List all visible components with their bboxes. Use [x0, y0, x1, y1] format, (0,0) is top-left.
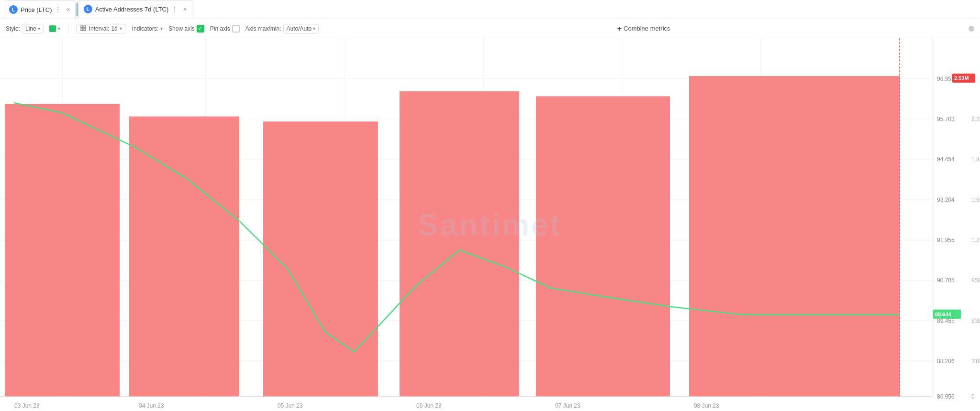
interval-chevron: ▾ — [120, 26, 122, 31]
x-label-2: 05 Jun 23 — [278, 402, 303, 409]
show-axis-label: Show axis — [168, 25, 195, 32]
y-sec-label-2: 1.91M — [971, 156, 980, 163]
y-label-5: 90.705 — [937, 277, 955, 284]
pin-axis-control[interactable]: Pin axis — [210, 25, 240, 33]
style-label: Style: — [6, 25, 20, 32]
y-label-1: 95.703 — [937, 116, 955, 122]
y-sec-label-6: 638K — [971, 317, 980, 324]
y-label-0: 96.953 — [937, 75, 955, 82]
tab-divider — [77, 3, 78, 16]
color-chevron: ▾ — [58, 26, 60, 31]
tab-price-ltc-label: Price (LTC) — [21, 6, 52, 13]
tab-active-addresses-ltc[interactable]: L Active Addresses 7d (LTC) ⋮ × — [78, 0, 192, 19]
interval-box[interactable]: Interval: 1d ▾ — [76, 24, 126, 33]
indicators-selector[interactable]: Indicators: ▾ — [132, 25, 163, 32]
interval-icon — [80, 25, 87, 32]
axis-maxmin-label: Axis max/min: — [245, 25, 281, 32]
tab-active-addresses-menu[interactable]: ⋮ — [171, 5, 178, 13]
tab-price-ltc[interactable]: L Price (LTC) ⋮ × — [4, 0, 76, 19]
bar-4 — [400, 91, 519, 397]
axis-maxmin-selector[interactable]: Axis max/min: Auto/Auto ▾ — [245, 24, 319, 33]
color-picker[interactable]: ▾ — [49, 25, 60, 32]
svg-rect-3 — [84, 29, 86, 31]
y-sec-label-1: 2.23M — [971, 116, 980, 122]
indicators-chevron: ▾ — [160, 26, 163, 31]
x-label-5: 08 Jun 23 — [694, 402, 719, 409]
style-dropdown[interactable]: Line ▾ — [22, 24, 44, 33]
separator-1 — [68, 24, 68, 33]
indicators-label: Indicators: — [132, 25, 158, 32]
chart-area: Santimet — [0, 38, 980, 411]
status-dot — [969, 26, 974, 32]
tab-active-addresses-label: Active Addresses 7d (LTC) — [95, 6, 169, 13]
y-label-7: 88.206 — [937, 358, 955, 365]
style-value: Line — [25, 25, 36, 32]
tab-active-addresses-close[interactable]: × — [183, 5, 187, 13]
current-price-badge-text: 88.644 — [935, 311, 951, 317]
show-axis-control[interactable]: Show axis ✓ — [168, 25, 204, 33]
y-label-3: 93.204 — [937, 196, 955, 203]
tab-price-ltc-menu[interactable]: ⋮ — [55, 6, 61, 13]
axis-maxmin-chevron: ▾ — [313, 26, 315, 31]
svg-rect-0 — [81, 26, 83, 28]
axis-maxmin-value: Auto/Auto — [287, 25, 312, 32]
y-label-2: 94.454 — [937, 156, 955, 163]
interval-label: Interval: — [89, 25, 110, 32]
svg-rect-1 — [84, 26, 86, 28]
ltc-icon-2: L — [84, 5, 92, 13]
y-sec-label-4: 1.27M — [971, 237, 980, 244]
pin-axis-label: Pin axis — [210, 25, 230, 32]
y-label-4: 91.955 — [937, 237, 955, 244]
bar-3 — [263, 122, 378, 396]
axis-maxmin-dropdown[interactable]: Auto/Auto ▾ — [283, 24, 319, 33]
toolbar: Style: Line ▾ ▾ Interval: 1d ▾ Indicator… — [0, 19, 980, 38]
show-axis-checkbox[interactable]: ✓ — [197, 25, 204, 33]
chart-svg: 96.953 95.703 94.454 93.204 91.955 90.70… — [0, 38, 980, 411]
y-label-8: 86.956 — [937, 393, 955, 400]
y-sec-label-5: 958K — [971, 277, 980, 284]
tab-price-ltc-close[interactable]: × — [66, 6, 70, 13]
style-selector[interactable]: Style: Line ▾ — [6, 24, 44, 33]
bar-6 — [689, 76, 900, 396]
combine-metrics-button[interactable]: + Combine metrics — [617, 24, 670, 33]
x-label-3: 06 Jun 23 — [416, 402, 442, 409]
color-swatch[interactable] — [49, 25, 56, 32]
bar-5 — [536, 96, 670, 396]
y-sec-label-8: 0 — [971, 393, 975, 400]
style-chevron: ▾ — [38, 26, 40, 31]
x-label-4: 07 Jun 23 — [555, 402, 580, 409]
x-label-0: 03 Jun 23 — [14, 402, 40, 409]
combine-plus-icon: + — [617, 24, 622, 33]
top-price-badge-text: 2.53M — [954, 75, 969, 81]
bar-2 — [129, 116, 239, 396]
svg-rect-2 — [81, 29, 83, 31]
y-sec-label-7: 319K — [971, 358, 980, 365]
x-label-1: 04 Jun 23 — [139, 402, 164, 409]
bar-1 — [5, 104, 120, 396]
y-sec-label-3: 1.59M — [971, 196, 980, 203]
interval-value: 1d — [111, 25, 117, 32]
pin-axis-checkbox[interactable] — [232, 25, 240, 33]
combine-metrics-label: Combine metrics — [624, 25, 670, 32]
ltc-icon-1: L — [9, 5, 18, 14]
tab-bar: L Price (LTC) ⋮ × L Active Addresses 7d … — [0, 0, 980, 19]
